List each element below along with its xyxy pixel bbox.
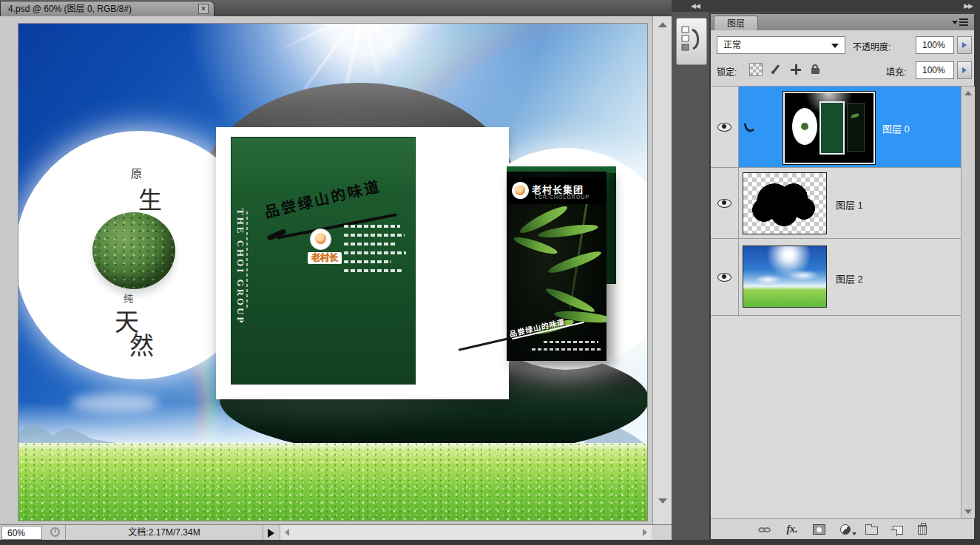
layer-2-thumbnail[interactable] bbox=[743, 246, 827, 308]
document-tab-bar: 4.psd @ 60% (图层 0, RGB/8#) ✕ bbox=[0, 0, 672, 17]
lock-all-icon[interactable] bbox=[809, 63, 822, 76]
contact-text-line bbox=[344, 269, 402, 272]
panel-menu-icon[interactable] bbox=[952, 18, 968, 26]
layer-row-body[interactable]: 图层 2 bbox=[739, 239, 961, 315]
contact-text-line bbox=[344, 260, 391, 263]
brand-group-subtitle: LCR.CHOLGROUP bbox=[535, 194, 589, 200]
fill-input[interactable]: 100% bbox=[916, 61, 954, 79]
horizontal-scrollbar[interactable] bbox=[280, 525, 652, 541]
adjustment-layer-icon[interactable] bbox=[840, 524, 851, 535]
grass-field bbox=[18, 443, 647, 521]
brand-logo-icon bbox=[512, 182, 529, 199]
eye-icon[interactable] bbox=[717, 123, 731, 132]
tab-close-icon[interactable]: ✕ bbox=[198, 4, 209, 14]
visibility-cell[interactable] bbox=[711, 168, 739, 238]
canvas-artwork: 原 生 态 纯 天 然 品尝绿山的味道 老村长 bbox=[18, 24, 647, 521]
status-bar: 60% 文档:2.17M/7.34M bbox=[0, 524, 672, 541]
arrow-right-icon bbox=[962, 67, 967, 73]
collapse-dock-left-icon[interactable]: ◀◀ bbox=[691, 2, 700, 10]
status-menu-arrow-icon[interactable] bbox=[268, 529, 274, 538]
layer-row-0[interactable]: 图层 0 bbox=[711, 87, 961, 168]
vertical-scrollbar[interactable] bbox=[652, 16, 672, 524]
lock-position-icon[interactable] bbox=[789, 63, 802, 76]
history-panel-button[interactable] bbox=[676, 18, 707, 65]
tab-layers[interactable]: 图层 bbox=[714, 16, 758, 30]
char-sheng: 生 bbox=[138, 181, 162, 215]
photoshop-window: 4.psd @ 60% (图层 0, RGB/8#) ✕ bbox=[0, 0, 980, 545]
bamboo-leaf bbox=[537, 222, 598, 240]
green-moss-ball bbox=[92, 212, 175, 289]
package-side-fold bbox=[606, 173, 616, 284]
layer-name[interactable]: 图层 1 bbox=[836, 197, 863, 211]
thumbnail-bamboo-panel bbox=[847, 103, 865, 152]
center-package-front: 品尝绿山的味道 老村长 THE CHOI GROUP bbox=[231, 137, 416, 385]
char-yuan: 原 bbox=[131, 165, 142, 180]
layer-name[interactable]: 图层 2 bbox=[836, 271, 863, 285]
fill-label: 填充: bbox=[886, 65, 906, 78]
blend-mode-select[interactable]: 正常 bbox=[717, 36, 845, 54]
collapsed-panel-dock bbox=[672, 12, 710, 540]
left-circle-content: 原 生 态 纯 天 然 bbox=[70, 160, 211, 404]
thumbnail-green-panel bbox=[820, 101, 845, 155]
canvas-viewport[interactable]: 原 生 态 纯 天 然 品尝绿山的味道 老村长 bbox=[0, 16, 652, 524]
visibility-cell[interactable] bbox=[711, 239, 739, 315]
lock-transparency-icon[interactable] bbox=[749, 63, 763, 76]
layer-row-body[interactable]: 图层 1 bbox=[739, 168, 961, 238]
opacity-slider-button[interactable] bbox=[957, 36, 972, 54]
chevron-down-icon bbox=[831, 44, 839, 48]
scroll-down-icon[interactable] bbox=[964, 510, 972, 514]
timer-icon bbox=[50, 527, 60, 537]
panel-tab-bar: 图层 bbox=[711, 14, 974, 30]
layer-row-body[interactable]: 图层 0 bbox=[739, 87, 961, 167]
contact-text-line bbox=[344, 243, 396, 246]
add-layer-mask-icon[interactable] bbox=[813, 524, 825, 535]
document-size-info: 文档:2.17M/7.34M bbox=[65, 525, 263, 541]
history-panel-icon bbox=[680, 25, 703, 58]
layers-panel-footer: fx. bbox=[711, 518, 974, 539]
address-text-line bbox=[532, 348, 603, 351]
new-layer-icon[interactable] bbox=[893, 526, 903, 535]
delete-layer-icon[interactable] bbox=[918, 525, 927, 535]
address-text-line bbox=[544, 341, 598, 343]
document-tab[interactable]: 4.psd @ 60% (图层 0, RGB/8#) ✕ bbox=[0, 1, 214, 16]
fill-slider-button[interactable] bbox=[957, 61, 972, 79]
layers-scrollbar[interactable] bbox=[961, 87, 976, 518]
layer-style-fx-icon[interactable]: fx. bbox=[786, 524, 797, 535]
collapse-dock-right-icon[interactable]: ▶▶ bbox=[964, 2, 973, 10]
document-tab-title: 4.psd @ 60% (图层 0, RGB/8#) bbox=[8, 4, 132, 14]
contact-text-line bbox=[344, 225, 400, 228]
scroll-right-icon[interactable] bbox=[643, 529, 647, 536]
link-layers-icon[interactable] bbox=[758, 524, 771, 535]
layer-controls: 正常 不透明度: 100% 锁定: 填充: 100% bbox=[711, 30, 974, 87]
zoom-level-input[interactable]: 60% bbox=[1, 526, 42, 540]
lock-pixels-icon[interactable] bbox=[769, 63, 783, 76]
layer-link-glyph-icon bbox=[743, 121, 754, 134]
dock-top-bar: ◀◀ ▶▶ bbox=[672, 0, 980, 12]
lock-buttons bbox=[749, 63, 822, 78]
window-edge bbox=[975, 12, 980, 540]
thumbnail-white-circle bbox=[792, 108, 817, 145]
eye-icon[interactable] bbox=[717, 199, 731, 208]
eye-icon[interactable] bbox=[717, 273, 731, 282]
scroll-left-icon[interactable] bbox=[285, 529, 289, 536]
contact-text-line bbox=[344, 234, 405, 237]
visibility-cell[interactable] bbox=[711, 87, 739, 167]
bamboo-leaf bbox=[513, 234, 559, 257]
char-ran: 然 bbox=[129, 326, 154, 362]
layer-0-thumbnail[interactable] bbox=[783, 92, 875, 164]
scroll-up-icon[interactable] bbox=[964, 91, 972, 95]
blend-mode-value: 正常 bbox=[723, 40, 741, 50]
layer-1-thumbnail[interactable] bbox=[743, 172, 827, 234]
opacity-input[interactable]: 100% bbox=[916, 36, 954, 54]
window-edge bbox=[0, 540, 980, 545]
scroll-up-icon[interactable] bbox=[658, 22, 667, 27]
layer-row-1[interactable]: 图层 1 bbox=[711, 168, 961, 239]
right-bamboo-panel: 老村长集团 LCR.CHOLGROUP 品尝绿山的味道 bbox=[507, 172, 606, 361]
scroll-down-icon[interactable] bbox=[658, 498, 667, 504]
layer-row-2[interactable]: 图层 2 bbox=[711, 239, 961, 316]
new-group-icon[interactable] bbox=[865, 527, 878, 535]
brand-logo-text: 老村长 bbox=[308, 252, 342, 264]
opacity-label: 不透明度: bbox=[853, 40, 891, 53]
layer-name[interactable]: 图层 0 bbox=[882, 121, 910, 135]
layers-list: 图层 0 图层 1 图层 2 bbox=[711, 87, 961, 518]
